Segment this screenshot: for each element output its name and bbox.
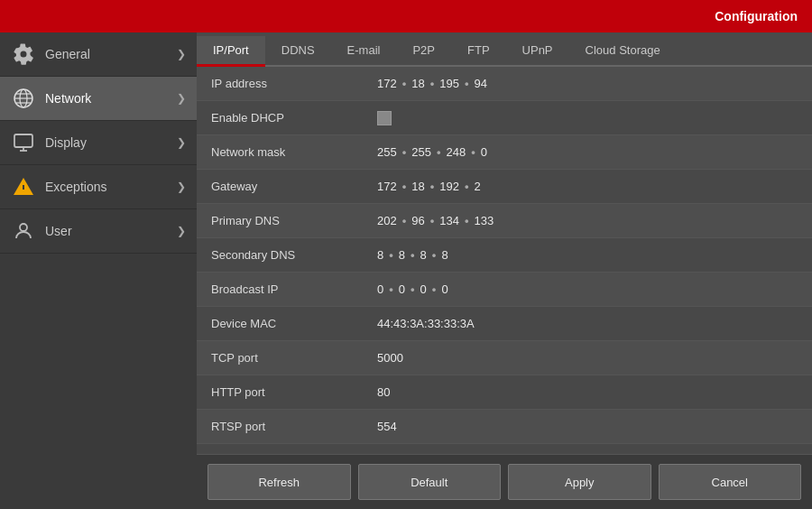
ip-part-1: 18 [411, 77, 424, 90]
label-rtsp-port: RTSP port [197, 420, 377, 433]
row-primary-dns: Primary DNS 202 • 96 • 134 • 133 [197, 204, 812, 238]
apply-button[interactable]: Apply [508, 464, 651, 500]
label-http-port: HTTP port [197, 385, 377, 399]
row-network-mask: Network mask 255 • 255 • 248 • 0 [197, 135, 812, 170]
sidebar-user-arrow: ❯ [177, 225, 186, 237]
sidebar-item-user[interactable]: User ❯ [0, 209, 197, 254]
content-area: IP/Port DDNS E-mail P2P FTP UPnP Cloud S… [197, 32, 812, 509]
value-network-mask: 255 • 255 • 248 • 0 [377, 145, 812, 159]
row-secondary-dns: Secondary DNS 8 • 8 • 8 • 8 [197, 238, 812, 273]
sidebar-item-general[interactable]: General ❯ [0, 32, 197, 77]
sidebar-exceptions-label: Exceptions [45, 180, 177, 194]
sidebar-general-label: General [45, 47, 177, 61]
sidebar-item-network[interactable]: Network ❯ [0, 77, 197, 121]
value-secondary-dns: 8 • 8 • 8 • 8 [377, 248, 812, 262]
value-http-port: 80 [377, 385, 812, 399]
value-primary-dns: 202 • 96 • 134 • 133 [377, 214, 812, 227]
sidebar-display-arrow: ❯ [177, 136, 186, 149]
sidebar-item-exceptions[interactable]: Exceptions ❯ [0, 165, 197, 209]
tab-email[interactable]: E-mail [331, 36, 397, 67]
footer-buttons: Refresh Default Apply Cancel [197, 454, 812, 509]
header: Configuration [0, 0, 812, 32]
label-tcp-port: TCP port [197, 351, 377, 365]
sidebar-item-display[interactable]: Display ❯ [0, 121, 197, 165]
warning-icon [11, 174, 36, 199]
value-tcp-port: 5000 [377, 351, 812, 365]
value-broadcast-ip: 0 • 0 • 0 • 0 [377, 282, 812, 296]
label-ip-address: IP address [197, 77, 377, 90]
form-area: IP address 172 • 18 • 195 • 94 Enable DH… [197, 67, 812, 454]
gear-icon [11, 42, 36, 67]
row-ip-address: IP address 172 • 18 • 195 • 94 [197, 67, 812, 101]
user-icon [11, 218, 36, 244]
tab-bar: IP/Port DDNS E-mail P2P FTP UPnP Cloud S… [197, 32, 812, 67]
row-rtsp-port: RTSP port 554 [197, 410, 812, 444]
row-http-port: HTTP port 80 [197, 375, 812, 410]
label-gateway: Gateway [197, 180, 377, 193]
ip-part-0: 172 [377, 77, 397, 90]
tab-ftp[interactable]: FTP [451, 36, 506, 67]
tab-upnp[interactable]: UPnP [506, 36, 569, 67]
sidebar: General ❯ Network ❯ [0, 32, 197, 509]
sidebar-exceptions-arrow: ❯ [177, 180, 186, 193]
label-network-mask: Network mask [197, 145, 377, 159]
row-network-rate: Network rate 100Mb/s [197, 444, 812, 454]
label-broadcast-ip: Broadcast IP [197, 282, 377, 296]
tab-p2p[interactable]: P2P [396, 36, 451, 67]
value-enable-dhcp[interactable] [377, 111, 812, 125]
tab-cloudstorage[interactable]: Cloud Storage [569, 36, 677, 67]
tab-ddns[interactable]: DDNS [265, 36, 331, 67]
default-button[interactable]: Default [358, 464, 502, 500]
row-gateway: Gateway 172 • 18 • 192 • 2 [197, 170, 812, 204]
sidebar-display-label: Display [45, 135, 177, 150]
sidebar-user-label: User [45, 224, 177, 238]
label-primary-dns: Primary DNS [197, 214, 377, 227]
main-layout: General ❯ Network ❯ [0, 32, 812, 509]
sidebar-general-arrow: ❯ [177, 48, 186, 60]
ip-part-2: 195 [439, 77, 459, 90]
value-rtsp-port: 554 [377, 420, 812, 433]
row-device-mac: Device MAC 44:43:3A:33:33:3A [197, 307, 812, 341]
sidebar-network-label: Network [45, 91, 177, 106]
cancel-button[interactable]: Cancel [659, 464, 802, 500]
svg-point-8 [20, 224, 27, 231]
sidebar-network-arrow: ❯ [177, 92, 186, 105]
label-secondary-dns: Secondary DNS [197, 248, 377, 262]
label-device-mac: Device MAC [197, 317, 377, 330]
refresh-button[interactable]: Refresh [208, 464, 351, 500]
value-device-mac: 44:43:3A:33:33:3A [377, 317, 812, 330]
value-gateway: 172 • 18 • 192 • 2 [377, 180, 812, 193]
label-enable-dhcp: Enable DHCP [197, 111, 377, 125]
dhcp-checkbox[interactable] [377, 111, 392, 125]
row-tcp-port: TCP port 5000 [197, 341, 812, 375]
tab-ipport[interactable]: IP/Port [197, 36, 265, 67]
row-enable-dhcp: Enable DHCP [197, 101, 812, 135]
ip-part-3: 94 [475, 77, 487, 90]
header-title: Configuration [715, 9, 798, 23]
row-broadcast-ip: Broadcast IP 0 • 0 • 0 • 0 [197, 273, 812, 307]
monitor-icon [11, 130, 36, 155]
value-ip-address: 172 • 18 • 195 • 94 [377, 77, 812, 90]
svg-rect-5 [14, 134, 32, 147]
globe-icon [11, 86, 36, 111]
